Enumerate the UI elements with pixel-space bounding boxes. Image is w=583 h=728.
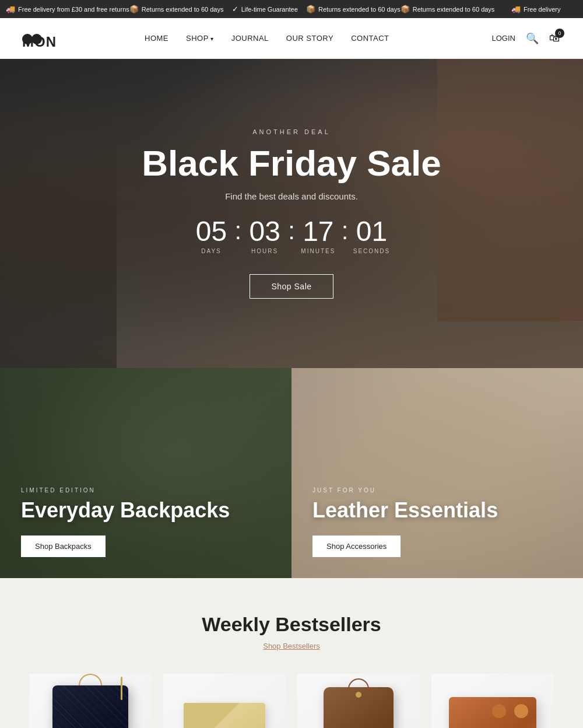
accessories-panel: JUST FOR YOU Leather Essentials Shop Acc… xyxy=(292,368,583,578)
nav-home[interactable]: HOME xyxy=(145,34,168,43)
bestsellers-section: Weekly Bestsellers Shop Bestsellers xyxy=(0,578,583,728)
shop-accessories-button[interactable]: Shop Accessories xyxy=(312,536,401,557)
shop-backpacks-button[interactable]: Shop Backpacks xyxy=(21,536,106,557)
nav-shop[interactable]: SHOP xyxy=(186,34,214,43)
panel-left-title: Everyday Backpacks xyxy=(21,498,271,523)
announcement-text: Returns extended to 60 days xyxy=(142,6,224,13)
product-image-2 xyxy=(163,674,286,728)
product-image-1 xyxy=(29,674,152,728)
login-link[interactable]: LOGIN xyxy=(492,34,515,43)
hero-content: ANOTHER DEAL Black Friday Sale Find the … xyxy=(142,128,441,299)
announcement-text: Life-time Guarantee xyxy=(241,6,298,13)
bestsellers-title: Weekly Bestsellers xyxy=(23,613,560,636)
shop-bestsellers-link[interactable]: Shop Bestsellers xyxy=(23,642,560,650)
announcement-item: 🚚 Free delivery xyxy=(494,5,577,13)
countdown-minutes-value: 17 xyxy=(298,218,339,246)
truck-icon-2: 🚚 xyxy=(511,5,521,13)
product-card-3[interactable] xyxy=(297,674,420,728)
hero-description: Find the best deals and discounts. xyxy=(142,191,441,201)
product-image-3 xyxy=(297,674,420,728)
countdown-days-value: 05 xyxy=(191,218,231,246)
countdown-seconds-label: SECONDS xyxy=(352,248,392,254)
countdown-seconds-value: 01 xyxy=(352,218,392,246)
announcement-item: 📦 Returns extended to 60 days xyxy=(306,5,401,13)
nav-contact[interactable]: CONTACT xyxy=(351,34,389,43)
countdown-separator-3: : xyxy=(339,219,352,243)
announcement-item: 📦 Returns extended to 60 days xyxy=(129,5,224,13)
countdown-hours-label: HOURS xyxy=(244,248,285,254)
product-card-4[interactable] xyxy=(431,674,554,728)
header: MON HOME SHOP JOURNAL OUR STORY CONTACT … xyxy=(0,18,583,59)
nav-our-story[interactable]: OUR STORY xyxy=(286,34,333,43)
bag-envelope-visual xyxy=(184,703,265,728)
countdown-hours: 03 HOURS xyxy=(244,218,285,254)
countdown-seconds: 01 SECONDS xyxy=(352,218,392,254)
announcement-item: 🚚 Free delivery from £30 and free return… xyxy=(6,5,129,13)
logo[interactable]: MON xyxy=(23,30,42,47)
two-panel-section: LIMITED EDITION Everyday Backpacks Shop … xyxy=(0,368,583,578)
announcement-text: Free delivery xyxy=(524,6,561,13)
announcement-item: 📦 Returns extended to 60 days xyxy=(401,5,495,13)
cart-button[interactable]: 🛍 0 xyxy=(549,32,560,44)
product-card-1[interactable] xyxy=(29,674,152,728)
header-right: LOGIN 🔍 🛍 0 xyxy=(492,32,560,45)
countdown-days-label: DAYS xyxy=(191,248,231,254)
countdown-days: 05 DAYS xyxy=(191,218,231,254)
hero-title: Black Friday Sale xyxy=(142,144,441,183)
countdown-timer: 05 DAYS : 03 HOURS : 17 MINUTES : 01 SEC… xyxy=(142,218,441,254)
countdown-separator-1: : xyxy=(231,219,244,243)
box-icon-3: 📦 xyxy=(401,5,410,13)
panel-right-tag: JUST FOR YOU xyxy=(312,487,562,494)
product-image-4 xyxy=(431,674,554,728)
announcement-text: Free delivery from £30 and free returns xyxy=(18,6,129,13)
bag-croc-visual xyxy=(52,685,128,728)
announcement-bar: 🚚 Free delivery from £30 and free return… xyxy=(0,0,583,18)
bag-bucket-visual xyxy=(324,687,394,729)
box-icon-2: 📦 xyxy=(306,5,315,13)
announcement-item: ✓ Life-time Guarantee xyxy=(223,5,306,13)
backpacks-panel: LIMITED EDITION Everyday Backpacks Shop … xyxy=(0,368,292,578)
truck-icon: 🚚 xyxy=(6,5,15,13)
countdown-hours-value: 03 xyxy=(244,218,285,246)
shop-sale-button[interactable]: Shop Sale xyxy=(250,274,333,299)
hero-person-right xyxy=(437,59,583,321)
announcement-text: Returns extended to 60 days xyxy=(413,6,495,13)
panel-right-title: Leather Essentials xyxy=(312,498,562,523)
countdown-minutes: 17 MINUTES xyxy=(298,218,339,254)
main-nav: HOME SHOP JOURNAL OUR STORY CONTACT xyxy=(145,34,389,43)
box-icon: 📦 xyxy=(129,5,139,13)
search-icon[interactable]: 🔍 xyxy=(526,32,539,45)
product-card-2[interactable] xyxy=(163,674,286,728)
bag-crossbody-visual xyxy=(449,697,536,728)
check-icon: ✓ xyxy=(232,5,238,13)
countdown-minutes-label: MINUTES xyxy=(298,248,339,254)
hero-subtitle: ANOTHER DEAL xyxy=(142,128,441,135)
panel-left-tag: LIMITED EDITION xyxy=(21,487,271,494)
hero-person-left xyxy=(0,135,117,368)
announcement-text: Returns extended to 60 days xyxy=(318,6,401,13)
products-grid xyxy=(23,674,560,728)
cart-badge: 0 xyxy=(555,29,564,38)
nav-journal[interactable]: JOURNAL xyxy=(231,34,269,43)
hero-section: ANOTHER DEAL Black Friday Sale Find the … xyxy=(0,59,583,368)
countdown-separator-2: : xyxy=(285,219,298,243)
